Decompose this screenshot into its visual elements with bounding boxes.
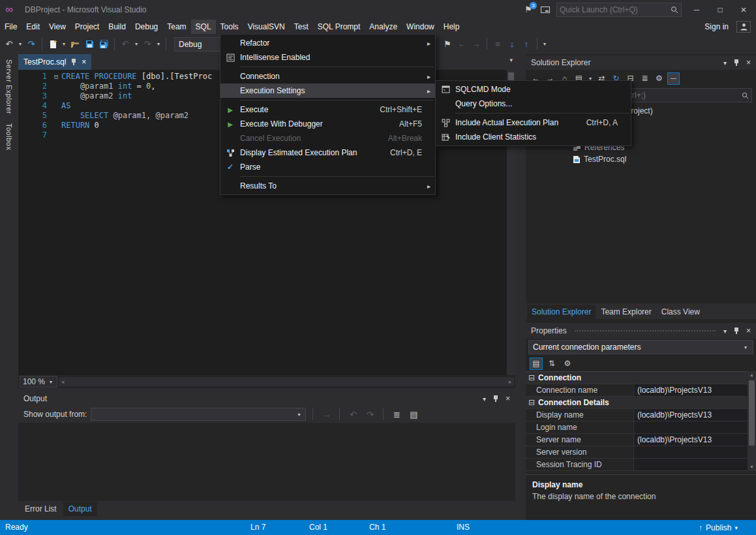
indent-icon[interactable]: ≡ (491, 37, 504, 51)
toolbox-tab[interactable]: Toolbox (5, 123, 13, 150)
group-row-connection[interactable]: ⊟ Connection (526, 372, 752, 384)
redo-icon[interactable]: ↷ (141, 37, 154, 52)
menu-item-execute[interactable]: ▶ Execute Ctrl+Shift+E (220, 102, 435, 117)
menu-visualsvn[interactable]: VisualSVN (243, 20, 290, 34)
pin-icon[interactable] (492, 395, 499, 403)
property-row[interactable]: Display name (localdb)\ProjectsV13 (526, 409, 752, 421)
move-up-icon[interactable]: ↑ (520, 37, 533, 51)
menu-edit[interactable]: Edit (22, 20, 44, 34)
new-file-dropdown-icon[interactable]: ▾ (61, 41, 67, 47)
menu-debug[interactable]: Debug (130, 20, 162, 34)
find-message-icon[interactable]: → (320, 407, 333, 421)
menu-file[interactable]: File (0, 20, 22, 34)
preview-selected-items-icon[interactable]: ─ (667, 72, 680, 85)
property-row[interactable]: Server version (526, 446, 752, 459)
document-list-chevron-icon[interactable]: ▾ (509, 57, 513, 63)
menu-item-parse[interactable]: ✓ Parse (220, 160, 435, 174)
output-panel-header[interactable]: Output ▾ × (18, 391, 515, 406)
menu-view[interactable]: View (44, 20, 70, 34)
save-icon[interactable] (83, 37, 96, 52)
minimize-button[interactable]: ─ (688, 3, 705, 17)
scroll-up-icon[interactable]: ▴ (748, 371, 756, 379)
menu-item-results-to[interactable]: Results To ▸ (220, 179, 435, 193)
maximize-button[interactable]: □ (712, 3, 729, 17)
close-panel-icon[interactable]: × (506, 394, 510, 403)
menu-build[interactable]: Build (104, 20, 130, 34)
close-panel-icon[interactable]: × (746, 326, 751, 335)
navigate-backward-icon[interactable]: ↶ (3, 37, 16, 52)
menu-item-sqlcmd-mode[interactable]: SQLCMD Mode (436, 82, 631, 97)
notifications-flag-icon[interactable]: ⚑ 3 (522, 4, 534, 16)
menu-test[interactable]: Test (290, 20, 313, 34)
document-tab-testproc[interactable]: TestProc.sql × (18, 54, 91, 70)
menu-sql-prompt[interactable]: SQL Prompt (313, 20, 365, 34)
group-row-connection-details[interactable]: ⊟ Connection Details (526, 397, 752, 409)
new-file-icon[interactable] (46, 37, 59, 52)
menu-item-connection[interactable]: Connection ▸ (220, 69, 435, 84)
undo-dropdown-icon[interactable]: ▾ (133, 41, 140, 47)
menu-project[interactable]: Project (70, 20, 104, 34)
menu-item-execution-settings[interactable]: Execution Settings ▸ (220, 84, 435, 98)
pin-icon[interactable] (733, 59, 740, 67)
navigate-backward-dropdown-icon[interactable]: ▾ (17, 41, 23, 47)
property-row[interactable]: Server name (localdb)\ProjectsV13 (526, 434, 752, 446)
output-source-dropdown[interactable]: ▾ (91, 408, 306, 421)
show-all-files-icon[interactable]: ≣ (639, 72, 651, 85)
menu-item-include-actual-plan[interactable]: Include Actual Execution Plan Ctrl+D, A (436, 115, 631, 130)
output-content[interactable] (18, 423, 515, 501)
close-tab-icon[interactable]: × (82, 57, 86, 67)
toolbar-overflow-icon[interactable]: ▾ (541, 41, 548, 47)
menu-window[interactable]: Window (402, 20, 439, 34)
menu-help[interactable]: Help (439, 20, 464, 34)
scrollbar-thumb[interactable] (749, 380, 755, 446)
scroll-down-icon[interactable]: ▾ (748, 463, 756, 471)
menu-sql[interactable]: SQL (191, 20, 216, 34)
next-bookmark-icon[interactable]: → (470, 37, 483, 51)
open-file-icon[interactable] (68, 37, 82, 52)
menu-item-intellisense-enabled[interactable]: Intellisense Enabled (220, 50, 435, 65)
property-pages-icon[interactable]: ⚙ (561, 358, 574, 370)
tree-item-testproc-sql[interactable]: TestProc.sql (526, 153, 756, 165)
solution-explorer-panel-tab[interactable]: Solution Explorer (527, 305, 596, 319)
move-down-icon[interactable]: ↓ (506, 37, 519, 51)
publish-button[interactable]: ↑ Publish ▾ (699, 520, 738, 535)
solution-explorer-header[interactable]: Solution Explorer ▾ × (526, 55, 756, 70)
sign-in-link[interactable]: Sign in (704, 22, 729, 31)
menu-item-query-options[interactable]: Query Options... (436, 97, 631, 111)
property-row[interactable]: Session Tracing ID (526, 459, 752, 471)
clear-all-output-icon[interactable]: ≣ (390, 407, 403, 421)
properties-wrench-icon[interactable]: ⚙ (653, 72, 665, 85)
menu-analyze[interactable]: Analyze (365, 20, 402, 34)
previous-bookmark-icon[interactable]: ← (455, 37, 468, 51)
collapse-group-icon[interactable]: ⊟ (528, 398, 535, 407)
scroll-right-icon[interactable]: ▸ (506, 377, 514, 386)
quick-launch-box[interactable] (556, 3, 682, 17)
zoom-dropdown[interactable]: 100 % ▾ (20, 376, 57, 388)
error-list-tab[interactable]: Error List (20, 502, 62, 516)
close-button[interactable]: × (735, 3, 752, 17)
alphabetical-sort-icon[interactable]: ⇅ (545, 358, 558, 370)
send-feedback-icon[interactable] (541, 7, 550, 13)
next-message-icon[interactable]: ↷ (363, 407, 376, 421)
scroll-left-icon[interactable]: ◂ (59, 377, 67, 386)
window-position-chevron-icon[interactable]: ▾ (723, 328, 727, 335)
categorized-icon[interactable]: ▤ (530, 358, 543, 370)
window-position-chevron-icon[interactable]: ▾ (723, 59, 727, 67)
property-row[interactable]: Login name (526, 421, 752, 434)
navigate-forward-icon[interactable]: ↷ (25, 37, 38, 52)
menu-tools[interactable]: Tools (216, 20, 243, 34)
team-explorer-panel-tab[interactable]: Team Explorer (596, 305, 656, 319)
window-position-chevron-icon[interactable]: ▾ (483, 395, 486, 403)
property-row[interactable]: Connection name (localdb)\ProjectsV13 (526, 384, 752, 397)
editor-horizontal-scrollbar[interactable]: ◂ ▸ (59, 377, 514, 386)
menu-item-execute-with-debugger[interactable]: ▶ Execute With Debugger Alt+F5 (220, 117, 435, 131)
menu-item-display-estimated-plan[interactable]: Display Estimated Execution Plan Ctrl+D,… (220, 145, 435, 160)
pin-icon[interactable] (70, 58, 77, 66)
previous-message-icon[interactable]: ↶ (346, 407, 359, 421)
class-view-panel-tab[interactable]: Class View (657, 305, 704, 319)
toggle-word-wrap-icon[interactable]: ▤ (407, 407, 420, 421)
properties-object-dropdown[interactable]: Current connection parameters ▾ (528, 340, 753, 354)
pin-icon[interactable] (733, 327, 740, 335)
server-explorer-tab[interactable]: Server Explorer (5, 59, 13, 114)
properties-header[interactable]: Properties ▾ × (526, 323, 756, 339)
